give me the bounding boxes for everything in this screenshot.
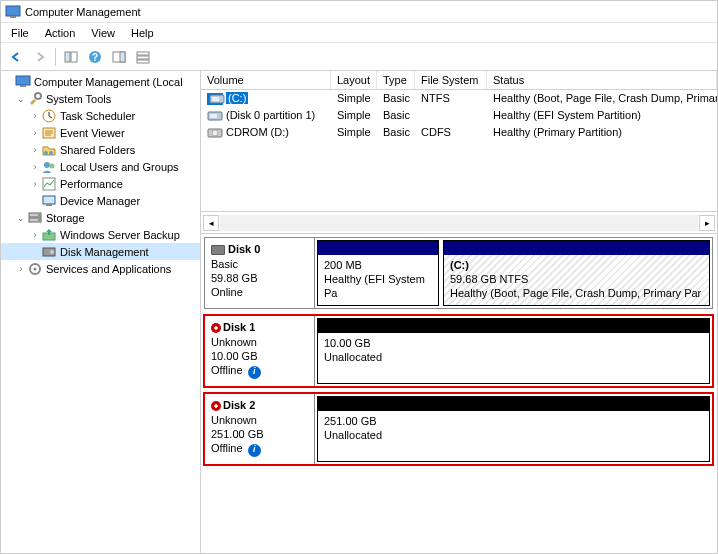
partition-header: [318, 241, 438, 255]
col-filesystem[interactable]: File System: [415, 71, 487, 89]
menu-file[interactable]: File: [3, 25, 37, 41]
shared-folder-icon: [41, 142, 57, 158]
tree-device-manager[interactable]: Device Manager: [1, 192, 200, 209]
disk-info: Disk 1Unknown10.00 GBOffline i: [205, 316, 315, 386]
volume-status: Healthy (EFI System Partition): [487, 108, 717, 123]
disk-name: Disk 1: [223, 321, 255, 333]
tree-event-viewer[interactable]: ›Event Viewer: [1, 124, 200, 141]
tree-storage[interactable]: ⌄Storage: [1, 209, 200, 226]
svg-rect-7: [120, 52, 125, 62]
disk-row[interactable]: Disk 1Unknown10.00 GBOffline i10.00 GBUn…: [204, 315, 713, 387]
svg-rect-2: [65, 52, 70, 62]
partition-desc: Healthy (EFI System Pa: [324, 273, 425, 299]
volume-row[interactable]: CDROM (D:)SimpleBasicCDFSHealthy (Primar…: [201, 124, 717, 141]
tree-local-users[interactable]: ›Local Users and Groups: [1, 158, 200, 175]
partition-size: 200 MB: [324, 259, 362, 271]
back-button[interactable]: [5, 46, 27, 68]
help-button[interactable]: ?: [84, 46, 106, 68]
disk-name: Disk 2: [223, 399, 255, 411]
svg-rect-35: [210, 114, 217, 118]
tree-windows-server-backup[interactable]: ›Windows Server Backup: [1, 226, 200, 243]
performance-icon: [41, 176, 57, 192]
partition[interactable]: 200 MBHealthy (EFI System Pa: [317, 240, 439, 306]
tree-shared-folders[interactable]: ›Shared Folders: [1, 141, 200, 158]
list-view-button[interactable]: [132, 46, 154, 68]
svg-point-16: [44, 151, 48, 155]
tree-task-scheduler[interactable]: ›Task Scheduler: [1, 107, 200, 124]
storage-icon: [27, 210, 43, 226]
scroll-right-button[interactable]: ▸: [699, 215, 715, 231]
volume-status: Healthy (Boot, Page File, Crash Dump, Pr…: [487, 91, 717, 106]
navigation-tree[interactable]: Computer Management (Local ⌄System Tools…: [1, 71, 201, 553]
disk-size: 59.88 GB: [211, 272, 257, 284]
svg-point-26: [38, 219, 40, 221]
partition-size: 10.00 GB: [324, 337, 370, 349]
info-badge-icon[interactable]: i: [248, 366, 261, 379]
disk-partitions: 10.00 GBUnallocated: [315, 316, 712, 386]
svg-rect-21: [43, 196, 55, 204]
volume-row[interactable]: (Disk 0 partition 1)SimpleBasicHealthy (…: [201, 107, 717, 124]
info-badge-icon[interactable]: i: [248, 444, 261, 457]
col-type[interactable]: Type: [377, 71, 415, 89]
svg-rect-0: [6, 6, 20, 16]
partition[interactable]: 10.00 GBUnallocated: [317, 318, 710, 384]
horizontal-scrollbar[interactable]: ◂ ▸: [201, 212, 717, 234]
partition[interactable]: 251.00 GBUnallocated: [317, 396, 710, 462]
drive-icon: [207, 110, 223, 122]
disk-info: Disk 2Unknown251.00 GBOffline i: [205, 394, 315, 464]
tree-root[interactable]: Computer Management (Local: [1, 73, 200, 90]
svg-point-25: [38, 214, 40, 216]
disk-type: Unknown: [211, 336, 257, 348]
svg-text:?: ?: [92, 52, 98, 63]
disk-size: 10.00 GB: [211, 350, 257, 362]
partition-header: [444, 241, 709, 255]
disk-status: Offline: [211, 364, 243, 376]
tree-system-tools[interactable]: ⌄System Tools: [1, 90, 200, 107]
partition-label: (C:): [450, 259, 469, 271]
disk-status: Offline: [211, 442, 243, 454]
svg-rect-11: [16, 76, 30, 85]
menu-help[interactable]: Help: [123, 25, 162, 41]
volume-layout: Simple: [331, 91, 377, 106]
svg-point-13: [35, 93, 41, 99]
disk-row[interactable]: Disk 0Basic59.88 GBOnline 200 MBHealthy …: [204, 237, 713, 309]
col-volume[interactable]: Volume: [201, 71, 331, 89]
tree-disk-management[interactable]: Disk Management: [1, 243, 200, 260]
users-icon: [41, 159, 57, 175]
volume-type: Basic: [377, 125, 415, 140]
show-hide-tree-button[interactable]: [60, 46, 82, 68]
disk-drive-icon: [211, 245, 225, 255]
device-icon: [41, 193, 57, 209]
scroll-track[interactable]: [220, 215, 698, 231]
volume-status: Healthy (Primary Partition): [487, 125, 717, 140]
menu-view[interactable]: View: [83, 25, 123, 41]
partition-body: (C:)59.68 GB NTFSHealthy (Boot, Page Fil…: [444, 255, 709, 305]
computer-icon: [15, 74, 31, 90]
svg-rect-12: [20, 85, 26, 87]
partition[interactable]: (C:)59.68 GB NTFSHealthy (Boot, Page Fil…: [443, 240, 710, 306]
action-pane-button[interactable]: [108, 46, 130, 68]
disk-partitions: 251.00 GBUnallocated: [315, 394, 712, 464]
volume-fs: CDFS: [415, 125, 487, 140]
disk-graphical-view[interactable]: Disk 0Basic59.88 GBOnline 200 MBHealthy …: [201, 234, 717, 553]
partition-header: [318, 319, 709, 333]
volume-name: (C:): [226, 92, 248, 104]
volume-fs: NTFS: [415, 91, 487, 106]
forward-button[interactable]: [29, 46, 51, 68]
svg-rect-33: [212, 97, 219, 101]
tree-services-apps[interactable]: ›Services and Applications: [1, 260, 200, 277]
toolbar: ?: [1, 43, 717, 71]
disk-row[interactable]: Disk 2Unknown251.00 GBOffline i251.00 GB…: [204, 393, 713, 465]
svg-point-29: [50, 250, 54, 254]
event-icon: [41, 125, 57, 141]
volume-list[interactable]: Volume Layout Type File System Status (C…: [201, 71, 717, 212]
tree-performance[interactable]: ›Performance: [1, 175, 200, 192]
col-layout[interactable]: Layout: [331, 71, 377, 89]
menu-action[interactable]: Action: [37, 25, 84, 41]
drive-icon: [207, 127, 223, 139]
volume-row[interactable]: (C:)SimpleBasicNTFSHealthy (Boot, Page F…: [201, 90, 717, 107]
col-status[interactable]: Status: [487, 71, 717, 89]
drive-icon: [207, 93, 223, 105]
svg-rect-8: [137, 52, 149, 55]
scroll-left-button[interactable]: ◂: [203, 215, 219, 231]
